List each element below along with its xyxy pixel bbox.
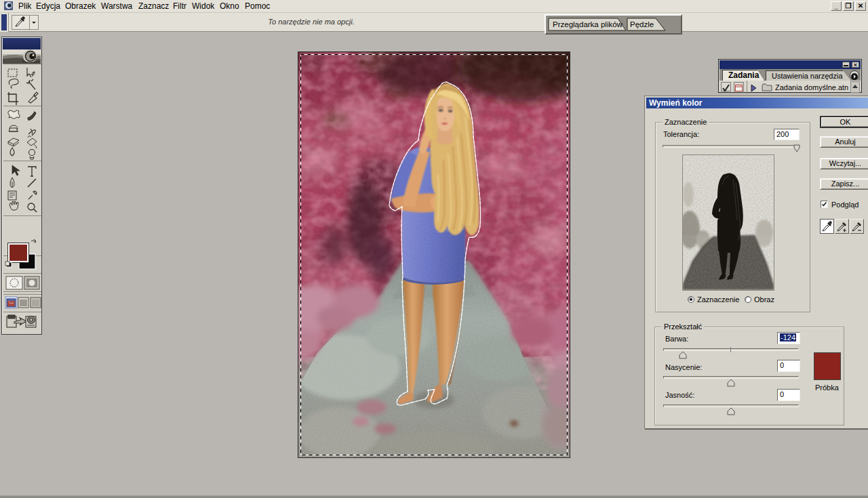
svg-text:Przeglądarka plików: Przeglądarka plików <box>553 20 623 28</box>
svg-text:Pędzle: Pędzle <box>630 20 654 28</box>
